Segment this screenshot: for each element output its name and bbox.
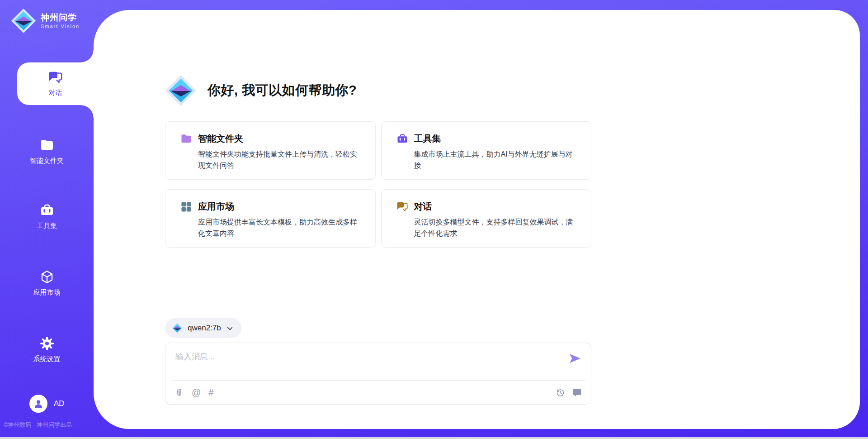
brand-title: 神州问学 (41, 13, 80, 23)
message-input[interactable] (165, 343, 564, 362)
model-selector-row: qwen2:7b (165, 318, 591, 338)
sidebar-item-label: 系统设置 (33, 355, 61, 363)
message-composer: @ # (165, 343, 591, 405)
card-title: 对话 (414, 200, 432, 213)
chat-square-icon (572, 388, 582, 397)
greeting-logo-diamond-icon (165, 73, 197, 108)
chat-bubbles-icon (48, 70, 63, 85)
brand: 神州问学 Smart Vision (11, 8, 80, 33)
send-button[interactable] (568, 353, 582, 365)
brand-logo-diamond-icon (11, 8, 36, 33)
sidebar-item-app-market[interactable]: 应用市场 (0, 270, 94, 297)
card-app-market[interactable]: 应用市场 应用市场提供丰富长文本模板，助力高效生成多样化文章内容 (165, 189, 376, 248)
sidebar-item-toolset[interactable]: 工具集 (0, 203, 94, 230)
model-logo-icon (171, 322, 183, 334)
card-smart-folder[interactable]: 智能文件夹 智能文件夹功能支持批量文件上传与清洗，轻松实现文件问答 (165, 121, 376, 180)
user-name: AD (54, 399, 65, 408)
card-description: 应用市场提供丰富长文本模板，助力高效生成多样化文章内容 (198, 217, 363, 239)
at-mention-button[interactable]: @ (192, 388, 201, 397)
footer-note: ©神州数码 · 神州问学出品 (4, 421, 94, 429)
card-chat[interactable]: 对话 灵活切换多模型文件，支持多样回复效果调试，满足个性化需求 (381, 189, 592, 248)
user-avatar-icon (29, 395, 47, 413)
sidebar-item-smart-folder[interactable]: 智能文件夹 (0, 138, 94, 165)
card-description: 灵活切换多模型文件，支持多样回复效果调试，满足个性化需求 (414, 217, 580, 239)
folder-icon (40, 138, 54, 153)
paperclip-icon (175, 388, 184, 397)
card-title: 工具集 (414, 133, 441, 145)
sidebar-item-chat[interactable]: 对话 (17, 62, 94, 105)
card-title: 应用市场 (198, 200, 234, 213)
sidebar-item-label: 工具集 (37, 222, 57, 230)
grid-icon (180, 201, 192, 213)
sidebar-item-label: 应用市场 (33, 288, 61, 297)
chat-bubbles-icon (396, 201, 408, 213)
card-title: 智能文件夹 (198, 133, 243, 145)
folder-icon (180, 133, 192, 145)
history-button[interactable] (556, 388, 565, 397)
sidebar-user[interactable]: AD (0, 395, 94, 413)
bottom-edge-strip (0, 437, 868, 439)
hash-topic-icon: # (208, 388, 213, 397)
main-content: 你好, 我可以如何帮助你? 智能文件夹 智能文件夹功能支持批量文件上传与清洗，轻… (165, 10, 591, 405)
at-mention-icon: @ (192, 388, 201, 397)
sidebar-item-label: 智能文件夹 (30, 157, 64, 165)
toolbox-icon (40, 203, 54, 218)
chevron-down-icon (226, 325, 233, 332)
feature-cards: 智能文件夹 智能文件夹功能支持批量文件上传与清洗，轻松实现文件问答 工具集 集成… (165, 121, 591, 248)
hash-topic-button[interactable]: # (208, 388, 213, 397)
cube-icon (40, 270, 54, 284)
attach-file-button[interactable] (175, 388, 184, 397)
sidebar-item-label: 对话 (49, 89, 62, 97)
send-icon (569, 353, 581, 364)
history-icon (556, 388, 565, 397)
sidebar-item-settings[interactable]: 系统设置 (0, 336, 94, 363)
greeting: 你好, 我可以如何帮助你? (165, 73, 591, 108)
card-description: 智能文件夹功能支持批量文件上传与清洗，轻松实现文件问答 (198, 149, 363, 172)
chat-history-button[interactable] (572, 388, 582, 397)
brand-subtitle: Smart Vision (41, 24, 80, 29)
toolbox-icon (396, 133, 408, 145)
sidebar: 神州问学 Smart Vision 对话 智能文件夹 (0, 0, 94, 439)
card-description: 集成市场上主流工具，助力AI与外界无缝扩展与对接 (414, 149, 580, 172)
model-selector[interactable]: qwen2:7b (165, 318, 241, 338)
greeting-text: 你好, 我可以如何帮助你? (208, 81, 357, 100)
model-name: qwen2:7b (188, 324, 221, 333)
card-toolset[interactable]: 工具集 集成市场上主流工具，助力AI与外界无缝扩展与对接 (381, 121, 592, 180)
gear-icon (40, 336, 54, 351)
